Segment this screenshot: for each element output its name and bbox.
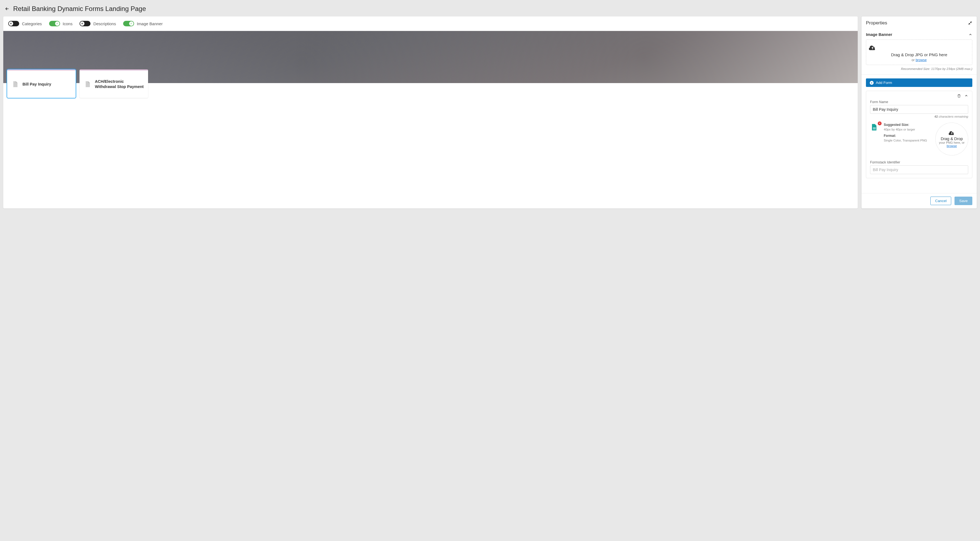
document-icon xyxy=(11,80,19,89)
dropzone-or: or xyxy=(912,58,916,62)
document-icon xyxy=(84,80,91,89)
form-card[interactable]: Bill Pay Inquiry xyxy=(7,69,76,98)
canvas-area: ✕ Categories ✓ Icons ✕ Descriptions ✓ Im… xyxy=(3,16,858,208)
remove-icon-button[interactable]: ✕ xyxy=(878,121,881,125)
icon-dropzone[interactable]: Drag & Drop your PNG here, or browse xyxy=(935,123,968,156)
view-toggles-toolbar: ✕ Categories ✓ Icons ✕ Descriptions ✓ Im… xyxy=(3,16,858,31)
toggle-categories[interactable]: ✕ xyxy=(8,21,19,26)
browse-link[interactable]: browse xyxy=(947,144,957,148)
save-button[interactable]: Save xyxy=(955,197,972,205)
page-title: Retail Banking Dynamic Forms Landing Pag… xyxy=(13,5,146,13)
browse-link[interactable]: browse xyxy=(916,58,926,62)
circ-drop-title: Drag & Drop xyxy=(941,137,963,141)
char-remaining: 42 characters remaining xyxy=(870,115,968,118)
chevron-up-icon[interactable] xyxy=(964,94,968,98)
banner-dropzone[interactable]: Drag & Drop JPG or PNG here or browse xyxy=(866,40,972,65)
icon-meta: Suggested Size: 40px by 40px or larger F… xyxy=(884,123,927,143)
toggle-label: Image Banner xyxy=(137,21,162,26)
form-editor-box: Form Name 42 characters remaining ✕ xyxy=(866,91,972,178)
plus-circle-icon: + xyxy=(870,81,873,85)
toggle-label: Icons xyxy=(63,21,73,26)
form-name-input[interactable] xyxy=(870,105,968,114)
properties-panel: Properties Image Banner xyxy=(862,16,977,208)
cloud-upload-icon xyxy=(949,130,955,135)
dropzone-title: Drag & Drop JPG or PNG here xyxy=(869,53,969,57)
form-card-title: ACH/Electronic Withdrawal Stop Payment xyxy=(95,79,144,89)
field-label: Form Name xyxy=(870,100,968,104)
cloud-upload-icon xyxy=(869,45,876,51)
recommended-size-note: Recommended Size: 1170px by 234px (2MB m… xyxy=(866,67,972,70)
svg-rect-1 xyxy=(873,129,876,129)
file-icon xyxy=(870,123,878,132)
section-title: Image Banner xyxy=(866,32,892,37)
toggle-label: Descriptions xyxy=(93,21,116,26)
trash-icon[interactable] xyxy=(957,94,961,98)
add-form-label: Add Form xyxy=(876,81,892,85)
toggle-label: Categories xyxy=(22,21,42,26)
cancel-button[interactable]: Cancel xyxy=(931,197,951,205)
back-arrow-icon[interactable] xyxy=(5,6,10,11)
toggle-icons[interactable]: ✓ xyxy=(49,21,60,26)
form-card[interactable]: ACH/Electronic Withdrawal Stop Payment xyxy=(80,69,148,98)
chevron-up-icon[interactable] xyxy=(969,33,972,37)
panel-collapse-icon[interactable] xyxy=(968,21,972,25)
formstack-id-input[interactable] xyxy=(870,165,968,174)
toggle-image-banner[interactable]: ✓ xyxy=(123,21,134,26)
field-label: Formstack Identifier xyxy=(870,161,968,164)
svg-rect-0 xyxy=(873,127,876,128)
icon-preview: ✕ xyxy=(870,123,880,132)
form-card-title: Bill Pay Inquiry xyxy=(22,82,51,87)
toggle-descriptions[interactable]: ✕ xyxy=(80,21,91,26)
panel-title: Properties xyxy=(866,20,887,26)
add-form-button[interactable]: + Add Form xyxy=(866,78,972,87)
